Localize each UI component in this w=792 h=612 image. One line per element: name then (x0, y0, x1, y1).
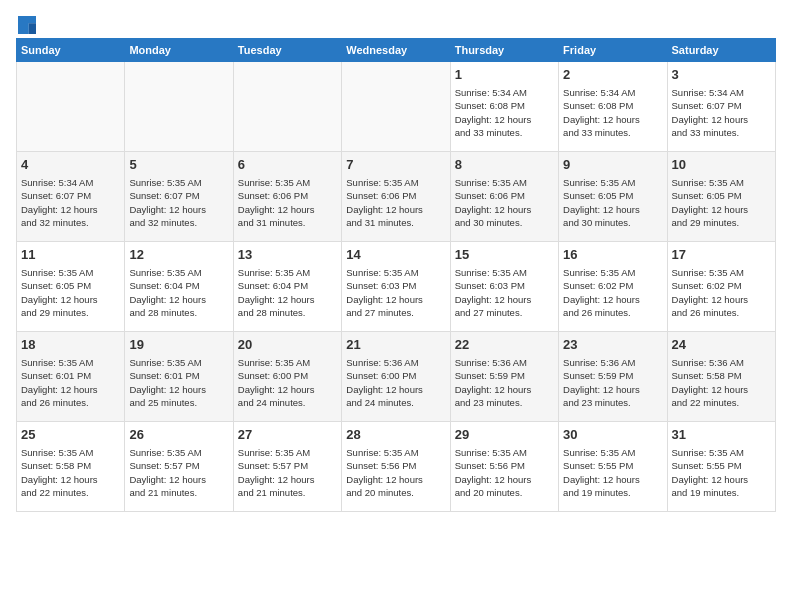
day-number: 16 (563, 246, 662, 264)
day-info: Sunrise: 5:35 AM (21, 266, 120, 279)
day-info: Daylight: 12 hours (346, 383, 445, 396)
calendar-cell: 21Sunrise: 5:36 AMSunset: 6:00 PMDayligh… (342, 332, 450, 422)
calendar-cell: 28Sunrise: 5:35 AMSunset: 5:56 PMDayligh… (342, 422, 450, 512)
day-info: and 29 minutes. (672, 216, 771, 229)
page-header (16, 16, 776, 30)
day-info: and 26 minutes. (21, 396, 120, 409)
calendar-cell: 12Sunrise: 5:35 AMSunset: 6:04 PMDayligh… (125, 242, 233, 332)
calendar-cell: 29Sunrise: 5:35 AMSunset: 5:56 PMDayligh… (450, 422, 558, 512)
logo-icon (18, 16, 36, 34)
day-info: Sunrise: 5:35 AM (346, 176, 445, 189)
day-info: Daylight: 12 hours (672, 293, 771, 306)
day-info: and 32 minutes. (21, 216, 120, 229)
calendar-cell: 31Sunrise: 5:35 AMSunset: 5:55 PMDayligh… (667, 422, 775, 512)
day-info: and 21 minutes. (129, 486, 228, 499)
day-info: and 22 minutes. (672, 396, 771, 409)
day-info: and 24 minutes. (346, 396, 445, 409)
day-info: Sunset: 6:08 PM (455, 99, 554, 112)
calendar-cell: 16Sunrise: 5:35 AMSunset: 6:02 PMDayligh… (559, 242, 667, 332)
day-number: 29 (455, 426, 554, 444)
day-info: and 20 minutes. (346, 486, 445, 499)
day-info: and 30 minutes. (563, 216, 662, 229)
day-info: Sunrise: 5:35 AM (238, 356, 337, 369)
weekday-header-tuesday: Tuesday (233, 39, 341, 62)
calendar-cell (125, 62, 233, 152)
day-number: 5 (129, 156, 228, 174)
calendar-week-3: 11Sunrise: 5:35 AMSunset: 6:05 PMDayligh… (17, 242, 776, 332)
day-info: Sunrise: 5:34 AM (563, 86, 662, 99)
day-number: 18 (21, 336, 120, 354)
day-info: Daylight: 12 hours (455, 203, 554, 216)
day-info: Sunrise: 5:35 AM (455, 446, 554, 459)
day-info: and 20 minutes. (455, 486, 554, 499)
day-info: Sunrise: 5:35 AM (129, 266, 228, 279)
day-info: and 23 minutes. (563, 396, 662, 409)
day-number: 14 (346, 246, 445, 264)
day-info: Sunrise: 5:34 AM (672, 86, 771, 99)
day-info: Sunset: 6:07 PM (129, 189, 228, 202)
day-info: Sunrise: 5:35 AM (563, 446, 662, 459)
day-info: and 26 minutes. (672, 306, 771, 319)
day-info: Sunset: 5:57 PM (129, 459, 228, 472)
day-info: Sunset: 5:59 PM (455, 369, 554, 382)
day-info: Daylight: 12 hours (563, 383, 662, 396)
day-info: and 29 minutes. (21, 306, 120, 319)
day-info: Daylight: 12 hours (455, 473, 554, 486)
day-info: Sunrise: 5:35 AM (563, 176, 662, 189)
day-info: and 25 minutes. (129, 396, 228, 409)
day-info: Sunrise: 5:35 AM (672, 266, 771, 279)
day-number: 7 (346, 156, 445, 174)
day-info: Sunset: 6:02 PM (563, 279, 662, 292)
logo (16, 16, 36, 30)
day-info: and 32 minutes. (129, 216, 228, 229)
day-info: Sunset: 5:58 PM (672, 369, 771, 382)
day-info: Daylight: 12 hours (346, 293, 445, 306)
day-number: 2 (563, 66, 662, 84)
calendar-cell: 4Sunrise: 5:34 AMSunset: 6:07 PMDaylight… (17, 152, 125, 242)
day-number: 21 (346, 336, 445, 354)
day-info: Sunset: 6:04 PM (129, 279, 228, 292)
day-info: Daylight: 12 hours (563, 203, 662, 216)
day-number: 26 (129, 426, 228, 444)
calendar-cell: 22Sunrise: 5:36 AMSunset: 5:59 PMDayligh… (450, 332, 558, 422)
day-info: and 33 minutes. (672, 126, 771, 139)
day-number: 15 (455, 246, 554, 264)
day-info: Sunset: 6:07 PM (21, 189, 120, 202)
day-info: Sunrise: 5:36 AM (455, 356, 554, 369)
day-info: Daylight: 12 hours (238, 293, 337, 306)
calendar-cell: 23Sunrise: 5:36 AMSunset: 5:59 PMDayligh… (559, 332, 667, 422)
day-number: 23 (563, 336, 662, 354)
day-info: Daylight: 12 hours (672, 473, 771, 486)
day-info: Daylight: 12 hours (346, 203, 445, 216)
day-info: Sunset: 5:55 PM (672, 459, 771, 472)
day-info: and 33 minutes. (563, 126, 662, 139)
calendar-cell: 26Sunrise: 5:35 AMSunset: 5:57 PMDayligh… (125, 422, 233, 512)
day-info: and 21 minutes. (238, 486, 337, 499)
day-info: Sunset: 6:01 PM (129, 369, 228, 382)
day-info: Daylight: 12 hours (563, 293, 662, 306)
day-info: Sunrise: 5:35 AM (129, 176, 228, 189)
day-info: and 27 minutes. (455, 306, 554, 319)
day-info: and 19 minutes. (672, 486, 771, 499)
calendar-table: SundayMondayTuesdayWednesdayThursdayFrid… (16, 38, 776, 512)
day-info: Sunset: 6:03 PM (455, 279, 554, 292)
day-info: Sunrise: 5:35 AM (563, 266, 662, 279)
day-info: Sunset: 6:05 PM (563, 189, 662, 202)
day-number: 11 (21, 246, 120, 264)
calendar-week-5: 25Sunrise: 5:35 AMSunset: 5:58 PMDayligh… (17, 422, 776, 512)
day-info: Daylight: 12 hours (672, 203, 771, 216)
day-info: and 31 minutes. (346, 216, 445, 229)
day-info: and 33 minutes. (455, 126, 554, 139)
day-info: Sunrise: 5:35 AM (21, 446, 120, 459)
calendar-cell: 13Sunrise: 5:35 AMSunset: 6:04 PMDayligh… (233, 242, 341, 332)
day-info: and 30 minutes. (455, 216, 554, 229)
day-info: Daylight: 12 hours (238, 473, 337, 486)
calendar-week-4: 18Sunrise: 5:35 AMSunset: 6:01 PMDayligh… (17, 332, 776, 422)
day-number: 1 (455, 66, 554, 84)
day-number: 31 (672, 426, 771, 444)
day-info: Sunset: 6:05 PM (672, 189, 771, 202)
day-info: Sunset: 6:00 PM (346, 369, 445, 382)
day-info: Sunset: 6:07 PM (672, 99, 771, 112)
calendar-cell: 1Sunrise: 5:34 AMSunset: 6:08 PMDaylight… (450, 62, 558, 152)
calendar-cell: 24Sunrise: 5:36 AMSunset: 5:58 PMDayligh… (667, 332, 775, 422)
